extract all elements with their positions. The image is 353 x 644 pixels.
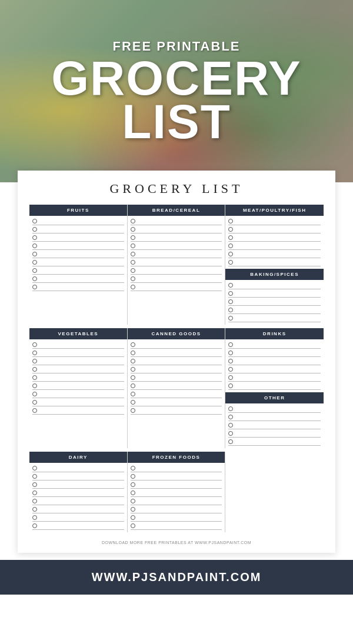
- checkbox[interactable]: [228, 283, 233, 288]
- checkbox[interactable]: [131, 252, 135, 256]
- checkbox[interactable]: [32, 507, 37, 512]
- checkbox[interactable]: [228, 316, 233, 321]
- list-item: [228, 242, 321, 250]
- checkbox[interactable]: [131, 268, 135, 273]
- checkbox[interactable]: [131, 375, 135, 380]
- checkbox[interactable]: [131, 219, 135, 223]
- meat-items: [225, 216, 324, 269]
- checkbox[interactable]: [131, 507, 135, 512]
- checkbox[interactable]: [32, 276, 37, 281]
- checkbox[interactable]: [131, 392, 135, 396]
- list-item: [32, 366, 124, 373]
- canned-items: [128, 339, 225, 417]
- drinks-items: [225, 339, 324, 392]
- checkbox[interactable]: [32, 367, 37, 372]
- checkbox[interactable]: [228, 406, 233, 411]
- checkbox[interactable]: [131, 276, 135, 281]
- checkbox[interactable]: [131, 383, 135, 388]
- checkbox[interactable]: [131, 482, 135, 487]
- checkbox[interactable]: [228, 351, 233, 355]
- checkbox[interactable]: [228, 219, 233, 223]
- checkbox[interactable]: [228, 342, 233, 347]
- checkbox[interactable]: [32, 252, 37, 256]
- checkbox[interactable]: [228, 431, 233, 436]
- checkbox[interactable]: [32, 392, 37, 396]
- checkbox[interactable]: [228, 359, 233, 363]
- checkbox[interactable]: [32, 235, 37, 240]
- checkbox[interactable]: [131, 359, 135, 363]
- checkbox[interactable]: [131, 285, 135, 289]
- checkbox[interactable]: [131, 499, 135, 503]
- checkbox[interactable]: [131, 367, 135, 372]
- list-item: [131, 522, 222, 530]
- list-item: [228, 358, 321, 365]
- checkbox[interactable]: [32, 490, 37, 495]
- checkbox[interactable]: [32, 359, 37, 363]
- checkbox[interactable]: [32, 219, 37, 223]
- checkbox[interactable]: [32, 227, 37, 232]
- checkbox[interactable]: [131, 260, 135, 265]
- checkbox[interactable]: [228, 439, 233, 444]
- checkbox[interactable]: [228, 375, 233, 380]
- checkbox[interactable]: [228, 415, 233, 419]
- checkbox[interactable]: [228, 383, 233, 388]
- checkbox[interactable]: [32, 243, 37, 248]
- checkbox[interactable]: [228, 299, 233, 304]
- checkbox[interactable]: [131, 351, 135, 355]
- checkbox[interactable]: [32, 375, 37, 380]
- checkbox[interactable]: [32, 285, 37, 289]
- vegetables-header: VEGETABLES: [29, 328, 127, 339]
- checkbox[interactable]: [131, 466, 135, 471]
- list-item: [131, 506, 222, 513]
- col-right-3: [225, 452, 324, 532]
- checkbox[interactable]: [228, 367, 233, 372]
- checkbox[interactable]: [131, 515, 135, 520]
- checkbox[interactable]: [228, 291, 233, 296]
- col-frozen: FROZEN FOODS: [128, 452, 226, 532]
- list-item: [228, 282, 321, 289]
- checkbox[interactable]: [32, 523, 37, 528]
- checkbox[interactable]: [32, 408, 37, 413]
- checkbox[interactable]: [32, 260, 37, 265]
- list-item: [228, 413, 321, 421]
- checkbox[interactable]: [131, 490, 135, 495]
- checkbox[interactable]: [32, 482, 37, 487]
- list-item: [32, 374, 124, 382]
- checkbox[interactable]: [131, 243, 135, 248]
- list-item: [131, 349, 222, 357]
- checkbox[interactable]: [32, 351, 37, 355]
- list-item: [131, 218, 222, 225]
- checkbox[interactable]: [32, 400, 37, 405]
- list-item: [131, 251, 222, 258]
- checkbox[interactable]: [131, 342, 135, 347]
- checkbox[interactable]: [228, 423, 233, 428]
- list-item: [131, 391, 222, 398]
- list-item: [32, 358, 124, 365]
- checkbox[interactable]: [228, 227, 233, 232]
- checkbox[interactable]: [32, 342, 37, 347]
- checkbox[interactable]: [131, 474, 135, 479]
- drinks-header: DRINKS: [225, 328, 324, 339]
- bread-header: BREAD/CEREAL: [128, 205, 225, 216]
- checkbox[interactable]: [32, 383, 37, 388]
- checkbox[interactable]: [131, 408, 135, 413]
- checkbox[interactable]: [228, 235, 233, 240]
- checkbox[interactable]: [228, 308, 233, 312]
- checkbox[interactable]: [228, 252, 233, 256]
- checkbox[interactable]: [32, 466, 37, 471]
- meat-header: MEAT/POULTRY/FISH: [225, 205, 324, 216]
- checkbox[interactable]: [32, 515, 37, 520]
- checkbox[interactable]: [131, 235, 135, 240]
- checkbox[interactable]: [228, 260, 233, 265]
- checkbox[interactable]: [131, 400, 135, 405]
- row-1-grid: FRUITS BREAD/CEREAL: [29, 205, 324, 325]
- checkbox[interactable]: [228, 243, 233, 248]
- list-item: [32, 242, 124, 250]
- checkbox[interactable]: [131, 523, 135, 528]
- checkbox[interactable]: [32, 268, 37, 273]
- list-item: [228, 341, 321, 349]
- checkbox[interactable]: [32, 474, 37, 479]
- checkbox[interactable]: [32, 499, 37, 503]
- fruits-items: [29, 216, 127, 293]
- checkbox[interactable]: [131, 227, 135, 232]
